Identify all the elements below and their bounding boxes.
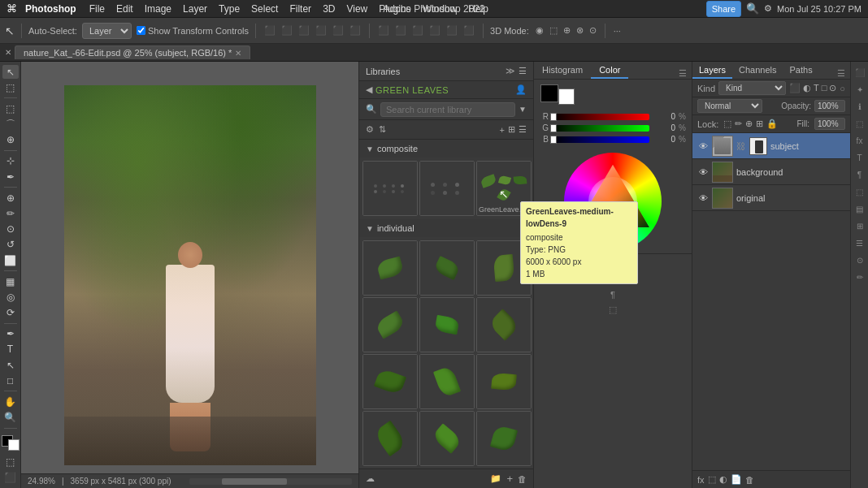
lib-item-indiv-4[interactable] [362, 297, 418, 352]
scroll-h-bar[interactable] [189, 478, 352, 485]
eyedropper-tool[interactable]: ✒ [2, 170, 19, 184]
layer-row-subject[interactable]: 👁 ⛓ subject [692, 133, 850, 159]
right-icon-7[interactable]: ¶ [853, 167, 867, 182]
stamp-tool[interactable]: ⊙ [2, 222, 19, 236]
right-icon-10[interactable]: ⊞ [853, 218, 867, 233]
fg-bg-colors[interactable] [2, 435, 20, 451]
lib-item-indiv-12[interactable] [476, 411, 532, 466]
layers-panel-menu-icon[interactable]: ☰ [832, 68, 850, 79]
new-fill-layer-icon[interactable]: ◐ [719, 474, 727, 485]
lib-list-view-icon[interactable]: ☰ [519, 124, 527, 135]
color-panel-menu-icon[interactable]: ☰ [674, 68, 692, 79]
align-left-icon[interactable]: ⬛ [263, 24, 277, 37]
new-layer-icon[interactable]: 📄 [731, 474, 742, 485]
screen-mode-tool[interactable]: ⬛ [2, 471, 19, 485]
lib-sort-icon[interactable]: ⇅ [379, 124, 386, 135]
right-icon-2[interactable]: ✦ [853, 82, 867, 97]
individual-section-header[interactable]: ▼ individual [359, 219, 533, 237]
move-tool[interactable]: ↖ [2, 65, 19, 79]
tab-close-icon[interactable]: ✕ [235, 49, 241, 58]
menu-select[interactable]: Select [251, 3, 278, 15]
pen-tool[interactable]: ✒ [2, 327, 19, 341]
lib-grid-view-icon[interactable]: ⊞ [508, 124, 515, 135]
right-icon-8[interactable]: ⬚ [853, 184, 867, 199]
layer-visibility-background[interactable]: 👁 [697, 166, 709, 178]
align-right-icon[interactable]: ⬛ [297, 24, 311, 37]
align-bottom-icon[interactable]: ⬛ [348, 24, 362, 37]
blue-slider[interactable] [552, 136, 649, 143]
lib-cloud-icon[interactable]: ☁ [366, 473, 375, 484]
menu-3d[interactable]: 3D [323, 3, 335, 15]
gradient-tool[interactable]: ▦ [2, 274, 19, 288]
layer-row-background[interactable]: 👁 background [692, 159, 850, 185]
object-select-tool[interactable]: ⊕ [2, 133, 19, 147]
fg-swatch[interactable] [540, 84, 558, 102]
dist-top-icon[interactable]: ⬛ [427, 24, 442, 37]
right-icon-13[interactable]: ✏ [853, 270, 867, 284]
dist-bottom-icon[interactable]: ⬛ [462, 24, 476, 37]
dist-middle-icon[interactable]: ⬛ [445, 24, 459, 37]
menu-layer[interactable]: Layer [183, 3, 207, 15]
3d-icon-3[interactable]: ⊕ [562, 24, 572, 37]
eraser-tool[interactable]: ⬜ [2, 253, 19, 267]
opacity-input[interactable] [814, 100, 845, 112]
lib-item-indiv-2[interactable] [419, 240, 475, 296]
marquee-tool[interactable]: ⬚ [2, 101, 19, 115]
align-middle-icon[interactable]: ⬛ [331, 24, 345, 37]
right-icon-3[interactable]: ℹ [853, 99, 867, 114]
lib-item-indiv-6[interactable] [476, 297, 532, 352]
blur-tool[interactable]: ◎ [2, 290, 19, 304]
tab-layers[interactable]: Layers [692, 63, 732, 79]
red-slider[interactable] [552, 114, 649, 120]
adjustments-icon[interactable]: ⬚ [607, 303, 618, 317]
right-icon-1[interactable]: ⬛ [853, 65, 867, 80]
lib-add-item-icon[interactable]: + [506, 473, 513, 485]
dist-center-icon[interactable]: ⬛ [393, 24, 408, 37]
kind-pixel-icon[interactable]: ⬛ [789, 83, 801, 93]
menu-view[interactable]: View [346, 3, 367, 15]
menu-settings-icon[interactable]: ⚙ [764, 3, 772, 14]
kind-row-toggle[interactable]: ○ [840, 84, 845, 93]
kind-adjust-icon[interactable]: ◐ [803, 83, 811, 93]
library-back-icon[interactable]: ◀ [366, 84, 372, 95]
right-icon-4[interactable]: ⬚ [853, 116, 867, 131]
artboard-tool[interactable]: ⬚ [2, 80, 19, 94]
lib-item-indiv-5[interactable] [419, 297, 475, 352]
lib-item-indiv-1[interactable] [362, 240, 418, 296]
right-icon-6[interactable]: T [853, 150, 867, 165]
align-top-icon[interactable]: ⬛ [314, 24, 328, 37]
menu-type[interactable]: Type [219, 3, 240, 15]
lib-item-composite-1[interactable] [362, 161, 418, 216]
dist-left-icon[interactable]: ⬛ [376, 24, 391, 37]
panel-expand-icon[interactable]: ≫ [506, 66, 515, 76]
fill-input[interactable] [814, 118, 845, 130]
lock-transparent-icon[interactable]: ⬚ [723, 119, 731, 129]
menu-edit[interactable]: Edit [116, 3, 133, 15]
tab-channels[interactable]: Channels [732, 63, 783, 79]
layer-mask-subject[interactable] [749, 137, 767, 155]
lib-new-folder-icon[interactable]: 📁 [490, 473, 501, 484]
library-search-input[interactable] [380, 102, 515, 117]
healing-tool[interactable]: ⊕ [2, 191, 19, 205]
lib-item-indiv-9[interactable] [476, 354, 532, 409]
lib-item-indiv-11[interactable] [419, 411, 475, 466]
kind-shape-icon[interactable]: □ [822, 83, 827, 93]
bg-swatch[interactable] [558, 89, 575, 105]
lib-filter-icon[interactable]: ⚙ [366, 124, 374, 135]
lib-item-indiv-7[interactable] [362, 354, 418, 409]
tab-paths[interactable]: Paths [783, 63, 819, 79]
fx-footer-icon[interactable]: fx [697, 475, 705, 485]
zoom-tool[interactable]: 🔍 [2, 411, 19, 425]
menu-search-icon[interactable]: 🔍 [746, 2, 759, 15]
right-icon-12[interactable]: ⊙ [853, 253, 867, 267]
hand-tool[interactable]: ✋ [2, 395, 19, 408]
brush-tool[interactable]: ✏ [2, 206, 19, 220]
lib-item-indiv-8[interactable] [419, 354, 475, 409]
blend-mode-select[interactable]: Normal [697, 99, 762, 113]
paragraph-icon[interactable]: ¶ [609, 288, 617, 301]
background-color[interactable] [8, 439, 20, 451]
layer-row-original[interactable]: 👁 original [692, 185, 850, 211]
canvas-area[interactable]: 24.98% | 3659 px x 5481 px (300 ppi) [21, 62, 358, 488]
show-transform-checkbox[interactable] [137, 26, 145, 35]
tab-color[interactable]: Color [591, 63, 628, 79]
